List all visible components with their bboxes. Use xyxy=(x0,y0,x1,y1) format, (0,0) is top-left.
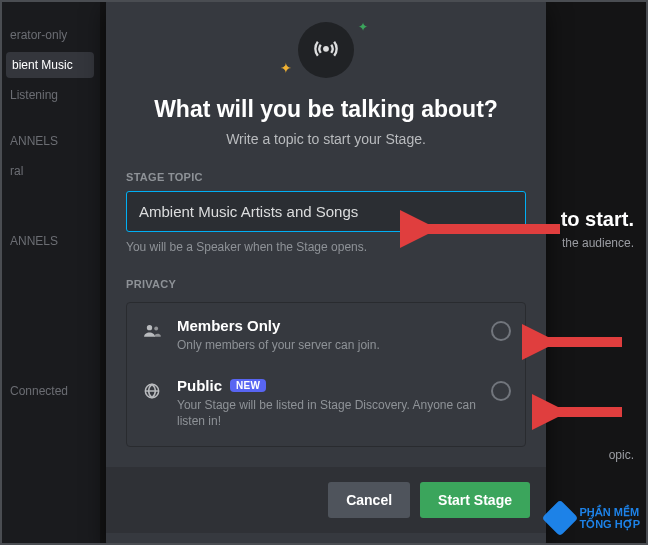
start-stage-button[interactable]: Start Stage xyxy=(420,482,530,518)
privacy-label: PRIVACY xyxy=(126,278,526,290)
privacy-options: Members Only Only members of your server… xyxy=(126,302,526,447)
stage-setup-modal: ✦ ✦ What will you be talking about? Writ… xyxy=(106,0,546,545)
privacy-option-members-only[interactable]: Members Only Only members of your server… xyxy=(127,303,525,367)
radio-members-only[interactable] xyxy=(491,321,511,341)
option-title: Public xyxy=(177,377,222,394)
stage-icon: ✦ ✦ xyxy=(298,22,354,78)
option-title: Members Only xyxy=(177,317,280,334)
privacy-option-public[interactable]: Public NEW Your Stage will be listed in … xyxy=(127,367,525,445)
sparkle-icon: ✦ xyxy=(358,20,368,34)
stage-topic-input[interactable] xyxy=(126,191,526,232)
new-badge: NEW xyxy=(230,379,266,392)
globe-icon xyxy=(141,377,163,401)
topic-helper-text: You will be a Speaker when the Stage ope… xyxy=(126,240,526,254)
watermark: PHẦN MỀM TỔNG HỢP xyxy=(547,505,640,531)
members-icon xyxy=(141,317,163,341)
background-right: to start. the audience. opic. xyxy=(558,0,648,545)
option-desc: Only members of your server can join. xyxy=(177,337,477,353)
background-sidebar: erator-only bient Music Listening ANNELS… xyxy=(0,0,100,545)
stage-topic-label: STAGE TOPIC xyxy=(126,171,526,183)
modal-title: What will you be talking about? xyxy=(126,96,526,123)
svg-point-0 xyxy=(323,46,329,52)
watermark-logo-icon xyxy=(542,500,579,537)
sparkle-icon: ✦ xyxy=(280,60,292,76)
svg-point-1 xyxy=(147,325,152,330)
svg-point-2 xyxy=(154,327,158,331)
modal-subtitle: Write a topic to start your Stage. xyxy=(126,131,526,147)
cancel-button[interactable]: Cancel xyxy=(328,482,410,518)
modal-footer: Cancel Start Stage xyxy=(106,467,546,533)
radio-public[interactable] xyxy=(491,381,511,401)
option-desc: Your Stage will be listed in Stage Disco… xyxy=(177,397,477,429)
